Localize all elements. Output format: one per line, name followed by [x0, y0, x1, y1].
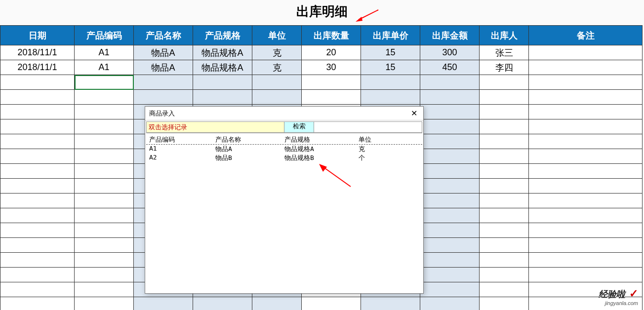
cell-blank[interactable]: [480, 297, 529, 310]
cell-person[interactable]: 张三: [480, 45, 529, 60]
cell-blank[interactable]: [75, 223, 134, 238]
cell-price[interactable]: 15: [361, 60, 420, 75]
cell-blank[interactable]: [0, 297, 75, 310]
cell-blank[interactable]: [420, 253, 480, 268]
cell-blank[interactable]: [420, 223, 480, 238]
cell-blank[interactable]: [420, 149, 480, 164]
cell-blank[interactable]: [193, 297, 252, 310]
cell-blank[interactable]: [0, 90, 75, 105]
cell-blank[interactable]: [480, 238, 529, 253]
cell-blank[interactable]: [480, 253, 529, 268]
cell-note[interactable]: [529, 60, 643, 75]
cell-blank[interactable]: [480, 75, 529, 90]
cell-blank[interactable]: [75, 75, 134, 90]
search-button[interactable]: 检索: [284, 121, 314, 133]
list-item[interactable]: A2物品B物品规格B个: [146, 154, 422, 162]
list-item[interactable]: A1物品A物品规格A克: [146, 145, 422, 154]
cell-blank[interactable]: [529, 149, 643, 164]
cell-price[interactable]: 15: [361, 45, 420, 60]
cell-blank[interactable]: [529, 179, 643, 194]
cell-blank[interactable]: [480, 134, 529, 149]
cell-blank[interactable]: [302, 75, 361, 90]
cell-blank[interactable]: [420, 134, 480, 149]
cell-name[interactable]: 物品A: [134, 60, 193, 75]
cell-blank[interactable]: [420, 238, 480, 253]
cell-blank[interactable]: [529, 223, 643, 238]
cell-blank[interactable]: [193, 90, 252, 105]
cell-date[interactable]: 2018/11/1: [0, 45, 75, 60]
cell-blank[interactable]: [0, 282, 75, 297]
cell-blank[interactable]: [193, 75, 252, 90]
cell-blank[interactable]: [361, 75, 420, 90]
cell-blank[interactable]: [480, 194, 529, 208]
cell-amount[interactable]: 450: [420, 60, 480, 75]
cell-blank[interactable]: [75, 149, 134, 164]
cell-blank[interactable]: [420, 179, 480, 194]
cell-blank[interactable]: [0, 119, 75, 134]
cell-blank[interactable]: [75, 238, 134, 253]
cell-blank[interactable]: [529, 105, 643, 119]
cell-blank[interactable]: [529, 90, 643, 105]
cell-blank[interactable]: [0, 164, 75, 179]
cell-spec[interactable]: 物品规格A: [193, 60, 252, 75]
cell-blank[interactable]: [529, 164, 643, 179]
cell-blank[interactable]: [0, 194, 75, 208]
cell-blank[interactable]: [420, 119, 480, 134]
cell-unit[interactable]: 克: [252, 60, 302, 75]
cell-blank[interactable]: [361, 90, 420, 105]
cell-blank[interactable]: [480, 105, 529, 119]
cell-blank[interactable]: [0, 105, 75, 119]
cell-blank[interactable]: [75, 179, 134, 194]
cell-blank[interactable]: [529, 194, 643, 208]
cell-blank[interactable]: [480, 90, 529, 105]
cell-blank[interactable]: [480, 208, 529, 223]
cell-blank[interactable]: [420, 282, 480, 297]
cell-blank[interactable]: [0, 268, 75, 282]
cell-blank[interactable]: [420, 297, 480, 310]
cell-blank[interactable]: [75, 297, 134, 310]
cell-blank[interactable]: [75, 194, 134, 208]
cell-amount[interactable]: 300: [420, 45, 480, 60]
cell-blank[interactable]: [0, 238, 75, 253]
cell-blank[interactable]: [0, 75, 75, 90]
cell-blank[interactable]: [529, 253, 643, 268]
cell-blank[interactable]: [529, 134, 643, 149]
cell-blank[interactable]: [0, 149, 75, 164]
cell-blank[interactable]: [480, 179, 529, 194]
cell-blank[interactable]: [420, 164, 480, 179]
cell-blank[interactable]: [420, 208, 480, 223]
cell-unit[interactable]: 克: [252, 45, 302, 60]
cell-blank[interactable]: [420, 105, 480, 119]
cell-blank[interactable]: [0, 253, 75, 268]
cell-blank[interactable]: [134, 297, 193, 310]
cell-blank[interactable]: [480, 282, 529, 297]
cell-spec[interactable]: 物品规格A: [193, 45, 252, 60]
cell-blank[interactable]: [0, 134, 75, 149]
cell-blank[interactable]: [480, 223, 529, 238]
cell-blank[interactable]: [75, 208, 134, 223]
cell-blank[interactable]: [529, 75, 643, 90]
cell-blank[interactable]: [0, 179, 75, 194]
cell-code[interactable]: A1: [75, 60, 134, 75]
cell-qty[interactable]: 20: [302, 45, 361, 60]
cell-blank[interactable]: [75, 268, 134, 282]
cell-blank[interactable]: [252, 297, 302, 310]
cell-blank[interactable]: [302, 297, 361, 310]
cell-blank[interactable]: [134, 75, 193, 90]
cell-blank[interactable]: [420, 194, 480, 208]
cell-code[interactable]: A1: [75, 45, 134, 60]
cell-blank[interactable]: [252, 75, 302, 90]
cell-blank[interactable]: [252, 90, 302, 105]
cell-blank[interactable]: [75, 105, 134, 119]
cell-blank[interactable]: [480, 149, 529, 164]
cell-blank[interactable]: [75, 282, 134, 297]
cell-blank[interactable]: [480, 119, 529, 134]
cell-blank[interactable]: [134, 90, 193, 105]
cell-person[interactable]: 李四: [480, 60, 529, 75]
search-input[interactable]: [314, 121, 422, 133]
cell-blank[interactable]: [0, 208, 75, 223]
cell-blank[interactable]: [75, 90, 134, 105]
cell-blank[interactable]: [529, 238, 643, 253]
cell-blank[interactable]: [75, 119, 134, 134]
cell-note[interactable]: [529, 45, 643, 60]
